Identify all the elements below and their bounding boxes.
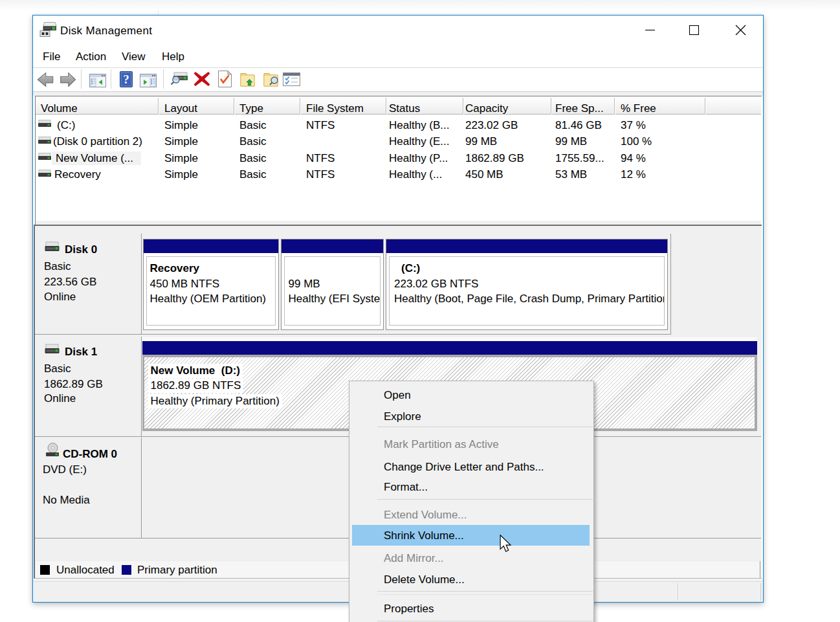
svg-text:?: ? (123, 72, 129, 86)
